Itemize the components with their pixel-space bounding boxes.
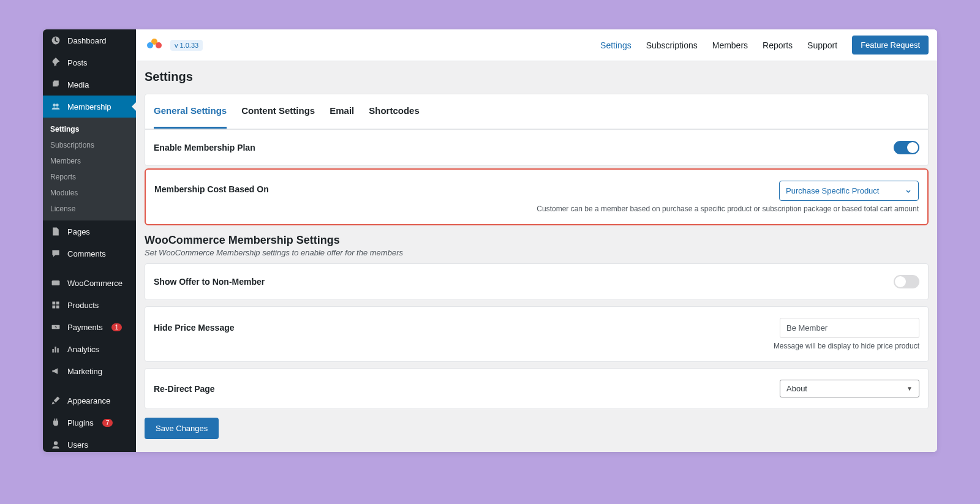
hide-price-label: Hide Price Message xyxy=(154,318,235,333)
show-offer-label: Show Offer to Non-Member xyxy=(154,277,265,287)
chart-icon xyxy=(50,344,61,355)
pin-icon xyxy=(50,57,61,68)
hide-price-row: Hide Price Message Message will be displ… xyxy=(145,307,928,361)
hide-price-input[interactable] xyxy=(780,318,919,338)
media-icon xyxy=(50,79,61,90)
enable-membership-row: Enable Membership Plan xyxy=(145,129,928,165)
nav-settings[interactable]: Settings xyxy=(600,40,631,50)
sidebar-item-label: Comments xyxy=(67,249,106,258)
sidebar-item-label: Analytics xyxy=(67,345,99,354)
svg-point-11 xyxy=(156,42,162,48)
sidebar-item-label: Membership xyxy=(67,102,111,111)
badge: 1 xyxy=(111,323,123,331)
svg-point-10 xyxy=(147,42,153,48)
dashboard-icon xyxy=(50,35,61,46)
svg-rect-7 xyxy=(57,348,58,352)
enable-membership-label: Enable Membership Plan xyxy=(154,143,255,152)
caret-down-icon: ▼ xyxy=(907,385,913,392)
cost-based-on-row: Membership Cost Based On Purchase Specif… xyxy=(145,168,929,225)
sidebar-item-marketing[interactable]: Marketing xyxy=(43,360,136,382)
sidebar-item-appearance[interactable]: Appearance xyxy=(43,389,136,412)
money-icon: $ xyxy=(50,322,61,333)
sidebar-item-media[interactable]: Media xyxy=(43,73,136,96)
sidebar: Dashboard Posts Media Membership Setting… xyxy=(43,29,136,452)
tabs: General Settings Content Settings Email … xyxy=(145,94,928,129)
cost-based-on-label: Membership Cost Based On xyxy=(154,181,269,194)
sidebar-item-label: Products xyxy=(67,301,99,310)
nav-members[interactable]: Members xyxy=(712,40,748,50)
feature-request-button[interactable]: Feature Request xyxy=(852,36,929,55)
tab-shortcodes[interactable]: Shortcodes xyxy=(369,94,420,129)
megaphone-icon xyxy=(50,366,61,377)
tab-general[interactable]: General Settings xyxy=(154,94,227,129)
hide-price-panel: Hide Price Message Message will be displ… xyxy=(145,306,929,362)
svg-point-1 xyxy=(56,103,59,107)
sidebar-sub-modules[interactable]: Modules xyxy=(43,185,136,201)
show-offer-toggle[interactable] xyxy=(894,275,919,288)
badge: 7 xyxy=(102,419,113,427)
sidebar-item-woocommerce[interactable]: WooCommerce xyxy=(43,272,136,294)
page-title: Settings xyxy=(145,70,929,84)
version-badge: v 1.0.33 xyxy=(170,40,203,51)
nav-support[interactable]: Support xyxy=(807,40,837,50)
app-logo-icon xyxy=(145,37,164,54)
cost-based-on-select[interactable]: Purchase Specific Product xyxy=(779,181,919,201)
svg-rect-5 xyxy=(52,349,53,353)
nav-reports[interactable]: Reports xyxy=(763,40,793,50)
wc-section-title: WooCommerce Membership Settings xyxy=(145,234,929,247)
sidebar-item-comments[interactable]: Comments xyxy=(43,243,136,265)
main-content: v 1.0.33 Settings Subscriptions Members … xyxy=(136,29,937,452)
sidebar-item-users[interactable]: Users xyxy=(43,434,136,452)
enable-membership-toggle[interactable] xyxy=(894,141,919,154)
svg-rect-2 xyxy=(52,280,60,285)
user-icon xyxy=(50,439,61,450)
tab-content[interactable]: Content Settings xyxy=(241,94,315,129)
tab-email[interactable]: Email xyxy=(330,94,354,129)
woo-icon xyxy=(50,277,61,288)
sidebar-item-posts[interactable]: Posts xyxy=(43,51,136,73)
sidebar-sub-subscriptions[interactable]: Subscriptions xyxy=(43,137,136,153)
show-offer-row: Show Offer to Non-Member xyxy=(145,264,928,299)
sidebar-item-label: Posts xyxy=(67,58,88,67)
sidebar-item-label: Appearance xyxy=(67,396,110,405)
sidebar-item-plugins[interactable]: Plugins 7 xyxy=(43,412,136,434)
redirect-label: Re-Direct Page xyxy=(154,384,215,394)
sidebar-item-dashboard[interactable]: Dashboard xyxy=(43,29,136,51)
sidebar-item-label: Pages xyxy=(67,227,90,236)
settings-panel: General Settings Content Settings Email … xyxy=(145,94,929,166)
sidebar-item-membership[interactable]: Membership xyxy=(43,96,136,118)
sidebar-sub-members[interactable]: Members xyxy=(43,153,136,169)
topbar: v 1.0.33 Settings Subscriptions Members … xyxy=(136,29,937,61)
sidebar-submenu: Settings Subscriptions Members Reports M… xyxy=(43,118,136,220)
sidebar-item-label: WooCommerce xyxy=(67,279,123,288)
sidebar-sub-license[interactable]: License xyxy=(43,201,136,217)
sidebar-item-label: Dashboard xyxy=(67,36,107,45)
people-icon xyxy=(50,101,61,112)
topbar-nav: Settings Subscriptions Members Reports S… xyxy=(600,36,929,55)
redirect-panel: Re-Direct Page About ▼ xyxy=(145,368,929,409)
wc-section-subtitle: Set WooCommerce Membership settings to e… xyxy=(145,248,929,257)
cost-helper-text: Customer can be a member based on purcha… xyxy=(537,205,919,213)
sidebar-item-label: Plugins xyxy=(67,418,94,427)
svg-point-0 xyxy=(53,103,56,107)
show-offer-panel: Show Offer to Non-Member xyxy=(145,263,929,300)
sidebar-item-pages[interactable]: Pages xyxy=(43,220,136,243)
sidebar-item-label: Payments xyxy=(67,323,103,332)
save-changes-button[interactable]: Save Changes xyxy=(145,418,219,439)
select-value: About xyxy=(786,384,807,393)
sidebar-item-payments[interactable]: $ Payments 1 xyxy=(43,316,136,338)
redirect-select[interactable]: About ▼ xyxy=(780,380,919,397)
svg-point-8 xyxy=(54,441,58,445)
sidebar-sub-reports[interactable]: Reports xyxy=(43,169,136,185)
nav-subscriptions[interactable]: Subscriptions xyxy=(646,40,698,50)
page-icon xyxy=(50,226,61,237)
sidebar-item-label: Users xyxy=(67,440,88,449)
sidebar-item-label: Marketing xyxy=(67,367,102,376)
plug-icon xyxy=(50,417,61,428)
brush-icon xyxy=(50,395,61,406)
sidebar-item-analytics[interactable]: Analytics xyxy=(43,338,136,360)
sidebar-item-products[interactable]: Products xyxy=(43,294,136,316)
chevron-down-icon xyxy=(905,187,912,195)
svg-rect-6 xyxy=(55,347,56,353)
sidebar-sub-settings[interactable]: Settings xyxy=(43,121,136,137)
